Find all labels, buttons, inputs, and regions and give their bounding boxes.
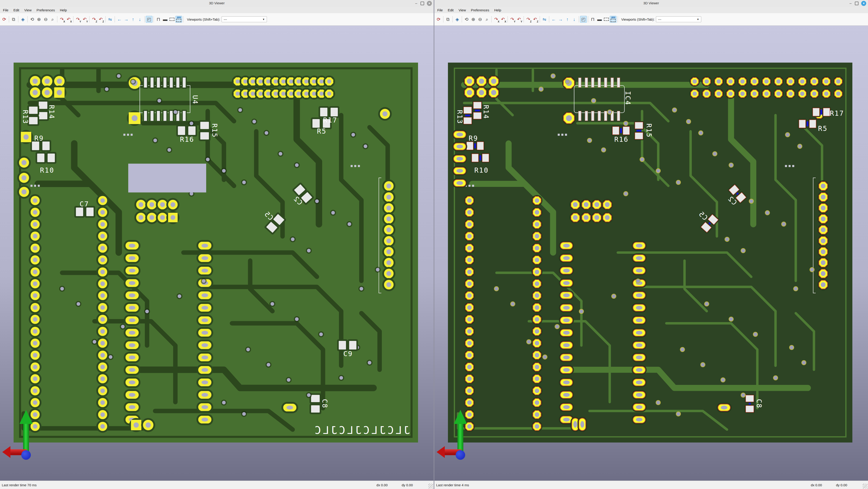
via xyxy=(60,287,64,291)
move-down-icon[interactable]: ↓ xyxy=(136,16,143,23)
pcb-pad xyxy=(532,255,541,264)
rotate-x-ccw-icon[interactable]: ↶X xyxy=(65,16,72,23)
pcb-pad xyxy=(31,339,40,348)
viewports-select[interactable]: ---▼ xyxy=(656,16,701,22)
menu-item-edit[interactable]: Edit xyxy=(11,8,22,12)
viewport-3d[interactable]: R14R13R9R10R16R15C2C5C8IC4R17R5 xyxy=(434,26,868,481)
via xyxy=(766,211,769,214)
flip-board-icon[interactable]: ⇋ xyxy=(107,16,114,23)
pcb-pad xyxy=(98,220,107,229)
show-th-models-icon[interactable]: ⊓ xyxy=(155,16,162,23)
rotate-z-ccw-icon[interactable]: ↶Z xyxy=(532,16,538,23)
rotate-x-cw-icon[interactable]: ↷X xyxy=(493,16,500,23)
zoom-out-icon[interactable]: ⊖ xyxy=(42,16,49,23)
axis-x-arrowhead-icon xyxy=(437,446,445,458)
glyph: ⟲ xyxy=(465,17,469,22)
move-right-icon[interactable]: → xyxy=(123,16,130,23)
rotate-y-ccw-icon[interactable]: ↶Y xyxy=(81,16,88,23)
move-down-icon[interactable]: ↓ xyxy=(571,16,578,23)
menu-item-preferences[interactable]: Preferences xyxy=(468,8,492,12)
show-smd-models-icon[interactable]: ▬ xyxy=(162,16,168,23)
pcb-pad xyxy=(279,90,287,98)
menu-item-view[interactable]: View xyxy=(456,8,468,12)
zoom-in-icon[interactable]: ⊕ xyxy=(36,16,42,23)
titlebar[interactable]: 3D Viewer – ✕ xyxy=(434,0,868,7)
raytracing-render-icon[interactable]: ◈ xyxy=(20,16,26,23)
pcb-pad xyxy=(234,77,242,86)
menu-item-view[interactable]: View xyxy=(22,8,34,12)
rotate-y-cw-icon[interactable]: ↷Y xyxy=(74,16,81,23)
toolbar-separator xyxy=(491,16,492,23)
pcb-pad xyxy=(249,77,257,86)
axis-y-arrowhead-icon xyxy=(454,410,467,424)
move-left-icon[interactable]: ← xyxy=(116,16,123,23)
move-up-icon[interactable]: ↑ xyxy=(130,16,136,23)
redraw-icon[interactable]: ⟲ xyxy=(463,16,470,23)
titlebar[interactable]: 3D Viewer – ✕ xyxy=(0,0,434,7)
show-virtual-models-icon[interactable] xyxy=(603,16,610,23)
resize-grip[interactable] xyxy=(863,484,868,489)
rotate-z-cw-icon[interactable]: ↷Z xyxy=(91,16,97,23)
rotate-z-ccw-icon[interactable]: ↶Z xyxy=(97,16,104,23)
flip-board-icon[interactable]: ⇋ xyxy=(541,16,548,23)
pcb-pad xyxy=(98,327,107,336)
minimize-button[interactable]: – xyxy=(415,1,418,5)
axis-x-arrowhead-icon xyxy=(2,446,10,458)
move-up-icon[interactable]: ↑ xyxy=(564,16,571,23)
copy-image-icon[interactable]: ⧉ xyxy=(10,16,17,23)
pcb-pad xyxy=(241,90,249,98)
silkscreen-dot xyxy=(38,184,40,187)
pcb-pad xyxy=(464,76,475,86)
zoom-fit-icon[interactable]: ⌕ xyxy=(49,16,56,23)
zoom-in-icon[interactable]: ⊕ xyxy=(470,16,477,23)
move-left-icon[interactable]: ← xyxy=(550,16,557,23)
silkscreen-dot xyxy=(131,134,133,136)
close-button[interactable]: ✕ xyxy=(427,1,432,6)
close-button[interactable]: ✕ xyxy=(861,1,866,6)
via xyxy=(291,237,294,241)
pcb-pad xyxy=(453,167,466,175)
pcb-pad xyxy=(453,131,466,138)
rotate-x-cw-icon[interactable]: ↷X xyxy=(58,16,65,23)
pcb-pad xyxy=(750,89,759,98)
show-virtual-models-icon[interactable] xyxy=(168,16,175,23)
pcb-pad xyxy=(31,291,40,300)
show-th-models-icon[interactable]: ⊓ xyxy=(589,16,596,23)
rotate-y-ccw-icon[interactable]: ↶Y xyxy=(516,16,523,23)
minimize-button[interactable]: – xyxy=(849,1,852,5)
ortho-projection-icon[interactable]: ◰ xyxy=(580,16,587,23)
redraw-icon[interactable]: ⟲ xyxy=(29,16,36,23)
maximize-button[interactable] xyxy=(855,2,859,5)
reload-board-icon[interactable]: ⟳ xyxy=(1,16,8,23)
pcb-pad xyxy=(560,391,573,399)
raytracing-render-icon[interactable]: ◈ xyxy=(454,16,461,23)
copy-image-icon[interactable]: ⧉ xyxy=(444,16,451,23)
pcb-pad xyxy=(143,420,153,430)
viewport-3d[interactable]: R14R13R9R10R16R15C2C5C8U4R17R5C7C9JLCJLC… xyxy=(0,26,434,481)
viewports-select[interactable]: ---▼ xyxy=(222,16,267,22)
ortho-projection-icon[interactable]: ◰ xyxy=(146,16,153,23)
menu-item-file[interactable]: File xyxy=(435,8,445,12)
reload-board-icon[interactable]: ⟳ xyxy=(435,16,442,23)
menu-item-help[interactable]: Help xyxy=(492,8,504,12)
show-pos-models-icon[interactable]: .pos xyxy=(175,16,182,23)
zoom-fit-icon[interactable]: ⌕ xyxy=(484,16,490,23)
menu-item-edit[interactable]: Edit xyxy=(445,8,456,12)
pcb-pad xyxy=(98,303,107,312)
rotate-y-cw-icon[interactable]: ↷Y xyxy=(509,16,516,23)
rotate-z-cw-icon[interactable]: ↷Z xyxy=(525,16,532,23)
via xyxy=(713,152,717,155)
menu-item-file[interactable]: File xyxy=(0,8,11,12)
maximize-button[interactable] xyxy=(421,2,424,5)
rotate-x-ccw-icon[interactable]: ↶X xyxy=(500,16,506,23)
move-right-icon[interactable]: → xyxy=(557,16,564,23)
via xyxy=(810,268,814,271)
menu-item-help[interactable]: Help xyxy=(57,8,69,12)
show-smd-models-icon[interactable]: ▬ xyxy=(596,16,603,23)
silkscreen-label: C7 xyxy=(80,200,89,208)
show-pos-models-icon[interactable]: .pos xyxy=(610,16,617,23)
zoom-out-icon[interactable]: ⊖ xyxy=(477,16,484,23)
resize-grip[interactable] xyxy=(428,484,433,489)
statusbar: Last render time 70 ms dx 0.00 dy 0.00 xyxy=(0,481,434,489)
menu-item-preferences[interactable]: Preferences xyxy=(34,8,57,12)
